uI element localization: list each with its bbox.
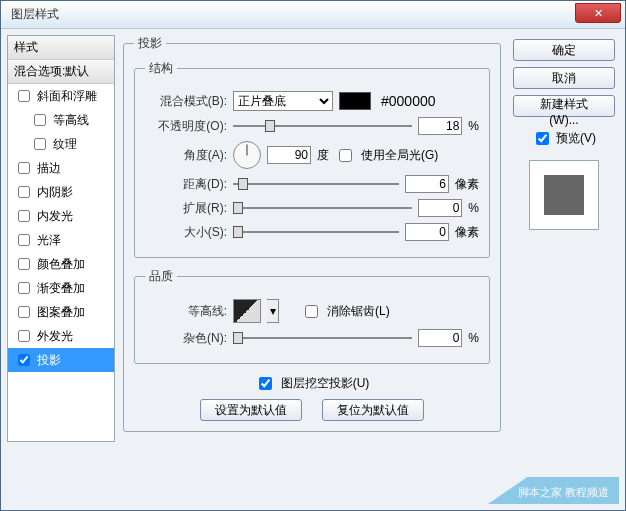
size-unit: 像素 [455, 224, 479, 241]
styles-header[interactable]: 样式 [8, 36, 114, 60]
quality-legend: 品质 [145, 268, 177, 285]
effect-item-3[interactable]: 描边 [8, 156, 114, 180]
effect-item-9[interactable]: 图案叠加 [8, 300, 114, 324]
effect-label-9: 图案叠加 [37, 304, 85, 321]
titlebar: 图层样式 ✕ [1, 1, 625, 29]
spread-input[interactable] [418, 199, 462, 217]
effect-item-4[interactable]: 内阴影 [8, 180, 114, 204]
distance-unit: 像素 [455, 176, 479, 193]
effect-checkbox-10[interactable] [18, 330, 30, 342]
effect-label-3: 描边 [37, 160, 61, 177]
preview-box [529, 160, 599, 230]
opacity-label: 不透明度(O): [145, 118, 227, 135]
effect-item-0[interactable]: 斜面和浮雕 [8, 84, 114, 108]
noise-label: 杂色(N): [145, 330, 227, 347]
preview-label: 预览(V) [556, 130, 596, 147]
effect-label-0: 斜面和浮雕 [37, 88, 97, 105]
cancel-button[interactable]: 取消 [513, 67, 615, 89]
effects-list: 样式 混合选项:默认 斜面和浮雕等高线纹理描边内阴影内发光光泽颜色叠加渐变叠加图… [7, 35, 115, 442]
effect-label-5: 内发光 [37, 208, 73, 225]
quality-group: 品质 等高线: ▾ 消除锯齿(L) 杂色(N): % [134, 268, 490, 364]
global-light-checkbox[interactable] [339, 149, 352, 162]
right-column: 确定 取消 新建样式(W)... 预览(V) [509, 35, 619, 442]
size-input[interactable] [405, 223, 449, 241]
blend-mode-select[interactable]: 正片叠底 [233, 91, 333, 111]
opacity-input[interactable] [418, 117, 462, 135]
watermark: 脚本之家 教程频道 [488, 477, 619, 504]
effect-checkbox-0[interactable] [18, 90, 30, 102]
window-title: 图层样式 [11, 6, 59, 23]
effect-item-6[interactable]: 光泽 [8, 228, 114, 252]
distance-slider[interactable] [233, 177, 399, 191]
effect-checkbox-8[interactable] [18, 282, 30, 294]
layer-style-dialog: 图层样式 ✕ 样式 混合选项:默认 斜面和浮雕等高线纹理描边内阴影内发光光泽颜色… [0, 0, 626, 511]
effect-item-11[interactable]: 投影 [8, 348, 114, 372]
blend-mode-label: 混合模式(B): [145, 93, 227, 110]
effect-checkbox-4[interactable] [18, 186, 30, 198]
spread-slider[interactable] [233, 201, 412, 215]
angle-dial[interactable] [233, 141, 261, 169]
angle-unit: 度 [317, 147, 329, 164]
distance-label: 距离(D): [145, 176, 227, 193]
distance-input[interactable] [405, 175, 449, 193]
size-label: 大小(S): [145, 224, 227, 241]
effect-label-1: 等高线 [53, 112, 89, 129]
size-slider[interactable] [233, 225, 399, 239]
effect-item-10[interactable]: 外发光 [8, 324, 114, 348]
noise-unit: % [468, 331, 479, 345]
knockout-checkbox[interactable] [259, 377, 272, 390]
effect-label-4: 内阴影 [37, 184, 73, 201]
angle-input[interactable] [267, 146, 311, 164]
make-default-button[interactable]: 设置为默认值 [200, 399, 302, 421]
effect-checkbox-6[interactable] [18, 234, 30, 246]
effect-label-7: 颜色叠加 [37, 256, 85, 273]
knockout-label: 图层挖空投影(U) [281, 375, 370, 392]
preview-thumbnail [544, 175, 584, 215]
close-button[interactable]: ✕ [575, 3, 621, 23]
antialias-checkbox[interactable] [305, 305, 318, 318]
effect-item-5[interactable]: 内发光 [8, 204, 114, 228]
reset-default-button[interactable]: 复位为默认值 [322, 399, 424, 421]
contour-picker[interactable] [233, 299, 261, 323]
effect-item-1[interactable]: 等高线 [8, 108, 114, 132]
settings-panel: 投影 结构 混合模式(B): 正片叠底 #000000 不透明度(O): [115, 35, 509, 442]
noise-slider[interactable] [233, 331, 412, 345]
effect-item-2[interactable]: 纹理 [8, 132, 114, 156]
spread-label: 扩展(R): [145, 200, 227, 217]
effect-item-8[interactable]: 渐变叠加 [8, 276, 114, 300]
contour-label: 等高线: [145, 303, 227, 320]
effect-label-10: 外发光 [37, 328, 73, 345]
blend-options-header[interactable]: 混合选项:默认 [8, 60, 114, 84]
angle-label: 角度(A): [145, 147, 227, 164]
effect-checkbox-9[interactable] [18, 306, 30, 318]
antialias-label: 消除锯齿(L) [327, 303, 390, 320]
effect-label-8: 渐变叠加 [37, 280, 85, 297]
structure-legend: 结构 [145, 60, 177, 77]
color-hex: #000000 [381, 93, 436, 109]
opacity-unit: % [468, 119, 479, 133]
contour-dropdown[interactable]: ▾ [267, 299, 279, 323]
drop-shadow-group: 投影 结构 混合模式(B): 正片叠底 #000000 不透明度(O): [123, 35, 501, 432]
effect-checkbox-2[interactable] [34, 138, 46, 150]
effect-label-2: 纹理 [53, 136, 77, 153]
effect-checkbox-5[interactable] [18, 210, 30, 222]
drop-shadow-legend: 投影 [134, 35, 166, 52]
effect-checkbox-11[interactable] [18, 354, 30, 366]
effect-checkbox-7[interactable] [18, 258, 30, 270]
global-light-label: 使用全局光(G) [361, 147, 438, 164]
effect-item-7[interactable]: 颜色叠加 [8, 252, 114, 276]
new-style-button[interactable]: 新建样式(W)... [513, 95, 615, 117]
color-swatch[interactable] [339, 92, 371, 110]
effect-checkbox-1[interactable] [34, 114, 46, 126]
spread-unit: % [468, 201, 479, 215]
opacity-slider[interactable] [233, 119, 412, 133]
effect-label-11: 投影 [37, 352, 61, 369]
preview-checkbox[interactable] [536, 132, 549, 145]
ok-button[interactable]: 确定 [513, 39, 615, 61]
effect-label-6: 光泽 [37, 232, 61, 249]
structure-group: 结构 混合模式(B): 正片叠底 #000000 不透明度(O): % [134, 60, 490, 258]
noise-input[interactable] [418, 329, 462, 347]
effect-checkbox-3[interactable] [18, 162, 30, 174]
